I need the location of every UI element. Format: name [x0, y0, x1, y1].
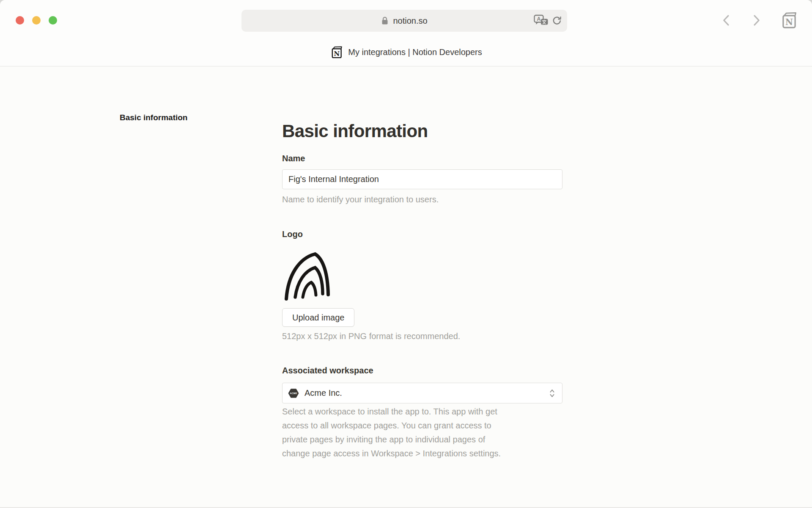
name-label: Name — [282, 154, 305, 163]
name-input[interactable] — [282, 169, 562, 189]
address-bar[interactable]: notion.so A — [241, 10, 567, 32]
close-window-button[interactable] — [16, 16, 24, 25]
traffic-lights — [16, 16, 57, 25]
notion-cube-icon[interactable]: N — [780, 11, 798, 29]
minimize-window-button[interactable] — [32, 16, 41, 25]
workspace-selected-value: Acme Inc. — [304, 388, 342, 398]
url-text: notion.so — [393, 16, 427, 26]
upload-image-button[interactable]: Upload image — [282, 308, 354, 327]
notion-favicon-icon: N — [330, 46, 343, 59]
zoom-window-button[interactable] — [49, 16, 57, 25]
workspace-badge-icon: ACME — [288, 388, 299, 398]
svg-text:N: N — [334, 50, 340, 58]
associated-workspace-label: Associated workspace — [282, 366, 373, 375]
logo-label: Logo — [282, 229, 303, 239]
select-updown-chevron-icon — [549, 388, 555, 399]
sidebar-item-basic-information[interactable]: Basic information — [120, 113, 187, 122]
svg-text:N: N — [785, 17, 793, 27]
active-tab[interactable]: N My integrations | Notion Developers — [0, 39, 812, 66]
workspace-select[interactable]: ACME Acme Inc. — [282, 383, 562, 403]
browser-toolbar: notion.so A — [0, 0, 812, 66]
svg-text:A: A — [537, 16, 540, 22]
svg-text:ACME: ACME — [290, 392, 297, 395]
integration-logo-image — [281, 247, 340, 304]
forward-chevron-icon[interactable] — [749, 14, 763, 27]
lock-icon[interactable] — [381, 16, 389, 25]
translate-icon[interactable]: A — [534, 10, 549, 32]
reload-icon[interactable] — [551, 10, 563, 32]
name-help-text: Name to identify your integration to use… — [282, 193, 439, 207]
back-chevron-icon[interactable] — [720, 14, 733, 27]
logo-help-text: 512px x 512px in PNG format is recommend… — [282, 329, 460, 343]
page-title: Basic information — [282, 121, 428, 141]
tab-title: My integrations | Notion Developers — [348, 47, 482, 57]
browser-window: notion.so A — [0, 0, 812, 508]
workspace-help-text: Select a workspace to install the app to… — [282, 405, 570, 461]
